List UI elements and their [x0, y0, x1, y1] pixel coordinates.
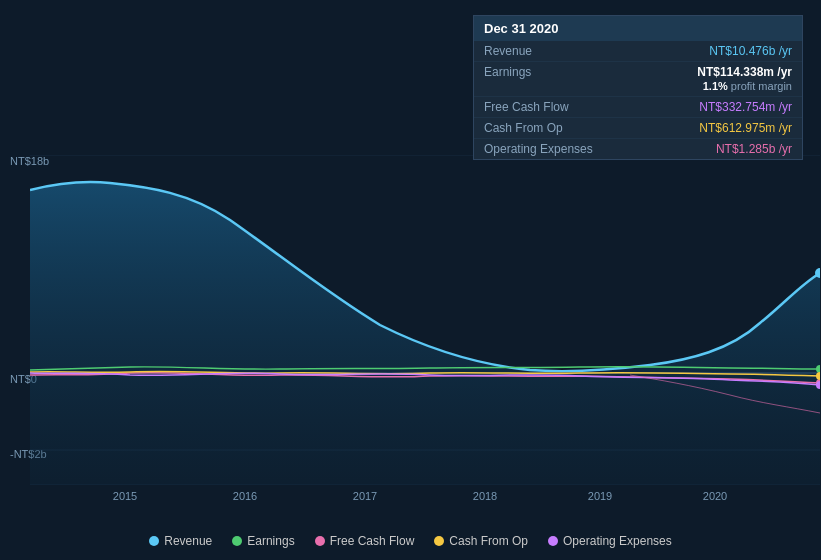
legend-label-revenue: Revenue	[164, 534, 212, 548]
legend-item-revenue[interactable]: Revenue	[149, 534, 212, 548]
legend-label-cashfromop: Cash From Op	[449, 534, 528, 548]
legend-item-opex[interactable]: Operating Expenses	[548, 534, 672, 548]
tooltip-label-fcf: Free Cash Flow	[484, 100, 604, 114]
tooltip-row-earnings: Earnings NT$114.338m /yr 1.1% profit mar…	[474, 62, 802, 97]
tooltip-label-opex: Operating Expenses	[484, 142, 604, 156]
chart-container: Dec 31 2020 Revenue NT$10.476b /yr Earni…	[0, 0, 821, 560]
tooltip-value-fcf: NT$332.754m /yr	[699, 100, 792, 114]
tooltip-row-revenue: Revenue NT$10.476b /yr	[474, 41, 802, 62]
x-label-2017: 2017	[353, 490, 377, 502]
legend-item-earnings[interactable]: Earnings	[232, 534, 294, 548]
legend-dot-cashfromop	[434, 536, 444, 546]
tooltip-label-revenue: Revenue	[484, 44, 604, 58]
tooltip-row-opex: Operating Expenses NT$1.285b /yr	[474, 139, 802, 159]
profit-margin-label: 1.1% profit margin	[703, 80, 792, 92]
legend-dot-revenue	[149, 536, 159, 546]
legend-item-cashfromop[interactable]: Cash From Op	[434, 534, 528, 548]
x-label-2016: 2016	[233, 490, 257, 502]
earnings-value: NT$114.338m /yr	[697, 65, 792, 79]
tooltip-row-fcf: Free Cash Flow NT$332.754m /yr	[474, 97, 802, 118]
chart-svg	[30, 155, 820, 485]
tooltip-value-revenue: NT$10.476b /yr	[709, 44, 792, 58]
legend-item-fcf[interactable]: Free Cash Flow	[315, 534, 415, 548]
legend-label-earnings: Earnings	[247, 534, 294, 548]
tooltip-value-earnings: NT$114.338m /yr 1.1% profit margin	[697, 65, 792, 93]
tooltip-title: Dec 31 2020	[474, 16, 802, 41]
legend-dot-fcf	[315, 536, 325, 546]
x-label-2018: 2018	[473, 490, 497, 502]
tooltip-value-opex: NT$1.285b /yr	[716, 142, 792, 156]
tooltip-label-earnings: Earnings	[484, 65, 604, 79]
x-label-2020: 2020	[703, 490, 727, 502]
legend-dot-opex	[548, 536, 558, 546]
tooltip-card: Dec 31 2020 Revenue NT$10.476b /yr Earni…	[473, 15, 803, 160]
x-label-2015: 2015	[113, 490, 137, 502]
tooltip-value-cashfromop: NT$612.975m /yr	[699, 121, 792, 135]
legend-dot-earnings	[232, 536, 242, 546]
tooltip-row-cashfromop: Cash From Op NT$612.975m /yr	[474, 118, 802, 139]
legend-label-opex: Operating Expenses	[563, 534, 672, 548]
legend-label-fcf: Free Cash Flow	[330, 534, 415, 548]
x-label-2019: 2019	[588, 490, 612, 502]
tooltip-label-cashfromop: Cash From Op	[484, 121, 604, 135]
chart-legend: Revenue Earnings Free Cash Flow Cash Fro…	[0, 534, 821, 548]
